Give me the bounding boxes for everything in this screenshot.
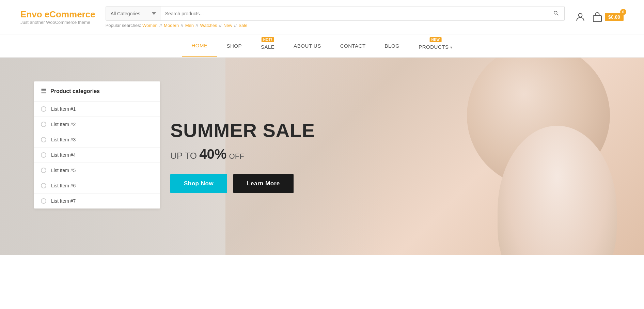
logo-subtitle: Just another WooCommerce theme	[20, 20, 95, 25]
sep1: //	[159, 23, 163, 28]
hero-title: SUMMER SALE	[170, 120, 315, 141]
popular-link-women[interactable]: Women	[142, 23, 158, 28]
products-badge: NEW	[430, 37, 442, 42]
radio-circle-6	[41, 183, 46, 188]
radio-circle-1	[41, 106, 46, 112]
search-row: All Categories	[106, 6, 565, 21]
hero-suffix: OFF	[229, 152, 244, 160]
sidebar-item-label-1: List Item #1	[51, 106, 76, 112]
sep3: //	[196, 23, 200, 28]
popular-link-modern[interactable]: Modern	[164, 23, 179, 28]
radio-circle-3	[41, 137, 46, 142]
hero-content: ☰ Product categories List Item #1 List I…	[0, 58, 644, 255]
popular-link-men[interactable]: Men	[185, 23, 194, 28]
cart-price: $0.00	[605, 13, 624, 21]
radio-circle-2	[41, 122, 46, 127]
header: Envo eCommerce Just another WooCommerce …	[0, 0, 644, 34]
sidebar-item-4[interactable]: List Item #4	[34, 148, 160, 163]
nav-item-blog[interactable]: BLOG	[375, 35, 409, 56]
sidebar-item-label-7: List Item #7	[51, 198, 76, 204]
sidebar-item-label-2: List Item #2	[51, 122, 76, 127]
sidebar-item-2[interactable]: List Item #2	[34, 117, 160, 132]
category-select[interactable]: All Categories	[106, 6, 160, 20]
sidebar-header: ☰ Product categories	[34, 81, 160, 102]
nav-item-contact[interactable]: CONTACT	[331, 35, 375, 56]
sidebar-item-label-3: List Item #3	[51, 137, 76, 142]
header-right: 0 $0.00	[575, 12, 624, 22]
search-input[interactable]	[160, 6, 547, 20]
cart-icon	[592, 12, 603, 22]
main-nav: HOME SHOP HOT! SALE ABOUT US CONTACT BLO…	[0, 34, 644, 58]
sidebar-item-label-4: List Item #4	[51, 152, 76, 158]
logo-area: Envo eCommerce Just another WooCommerce …	[20, 9, 95, 25]
user-icon	[575, 12, 586, 22]
hero-subtitle-prefix: UP TO	[170, 150, 197, 160]
popular-link-sale[interactable]: Sale	[238, 23, 247, 28]
hero-buttons: Shop Now Learn More	[170, 174, 315, 193]
radio-circle-5	[41, 168, 46, 173]
nav-item-about[interactable]: ABOUT US	[284, 35, 330, 56]
sidebar-item-7[interactable]: List Item #7	[34, 194, 160, 208]
svg-rect-1	[593, 16, 601, 21]
search-area: All Categories Popular searches: Women /…	[106, 6, 565, 28]
sale-badge: HOT!	[262, 37, 274, 42]
popular-link-watches[interactable]: Watches	[200, 23, 217, 28]
shop-now-button[interactable]: Shop Now	[170, 174, 227, 193]
nav-item-shop[interactable]: SHOP	[217, 35, 251, 56]
sidebar-item-1[interactable]: List Item #1	[34, 102, 160, 117]
nav-item-products[interactable]: NEW PRODUCTS	[409, 34, 462, 57]
search-button[interactable]	[547, 6, 564, 20]
popular-link-new[interactable]: New	[223, 23, 232, 28]
radio-circle-4	[41, 152, 46, 158]
logo-title: Envo eCommerce	[20, 9, 95, 20]
product-categories-sidebar: ☰ Product categories List Item #1 List I…	[34, 81, 160, 208]
cart-badge: 0	[620, 9, 626, 15]
nav-item-sale[interactable]: HOT! SALE	[251, 34, 284, 57]
nav-item-home[interactable]: HOME	[182, 35, 217, 57]
search-icon	[553, 10, 559, 16]
sidebar-item-label-5: List Item #5	[51, 168, 76, 173]
learn-more-button[interactable]: Learn More	[233, 174, 294, 193]
hero-text-area: SUMMER SALE UP TO 40% OFF Shop Now Learn…	[170, 120, 315, 193]
svg-point-0	[579, 13, 582, 17]
sidebar-item-6[interactable]: List Item #6	[34, 178, 160, 194]
cart-wrap[interactable]: 0 $0.00	[592, 12, 624, 22]
sidebar-item-label-6: List Item #6	[51, 183, 76, 188]
sidebar-item-5[interactable]: List Item #5	[34, 163, 160, 178]
sep2: //	[181, 23, 185, 28]
hero-percent: 40%	[199, 146, 226, 161]
hamburger-icon: ☰	[41, 88, 46, 95]
popular-label: Popular searches:	[106, 23, 141, 28]
hero-section: ☰ Product categories List Item #1 List I…	[0, 58, 644, 255]
radio-circle-7	[41, 198, 46, 204]
sidebar-title: Product categories	[50, 88, 100, 94]
hero-subtitle: UP TO 40% OFF	[170, 146, 315, 161]
sidebar-item-3[interactable]: List Item #3	[34, 132, 160, 148]
user-icon-wrap[interactable]	[575, 12, 586, 22]
sep5: //	[234, 23, 238, 28]
sep4: //	[219, 23, 223, 28]
popular-searches: Popular searches: Women // Modern // Men…	[106, 23, 565, 28]
